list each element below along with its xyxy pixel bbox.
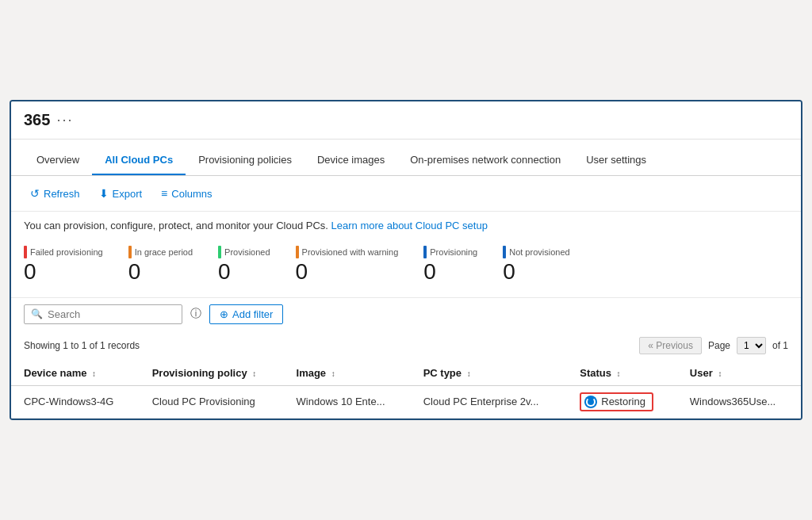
stat-not-provisioned: Not provisioned 0 xyxy=(503,246,569,285)
stat-failed-provisioning: Failed provisioning 0 xyxy=(24,246,103,285)
cell-pc-type: Cloud PC Enterprise 2v... xyxy=(411,385,568,418)
title-dots: ··· xyxy=(56,112,73,128)
search-box[interactable]: 🔍 xyxy=(24,304,182,324)
stat-bar-failed xyxy=(24,246,27,258)
tabs-container: Overview All Cloud PCs Provisioning poli… xyxy=(11,146,801,176)
stat-grace-period: In grace period 0 xyxy=(128,246,193,285)
add-filter-button[interactable]: ⊕ Add filter xyxy=(209,304,283,324)
page-select[interactable]: 1 xyxy=(737,337,766,354)
col-user[interactable]: User ↕ xyxy=(677,361,801,386)
sort-icon-user: ↕ xyxy=(718,369,722,378)
tab-device-images[interactable]: Device images xyxy=(304,146,397,175)
content-area: Overview All Cloud PCs Provisioning poli… xyxy=(11,146,801,419)
stat-provisioned: Provisioned 0 xyxy=(218,246,270,285)
spinning-indicator xyxy=(586,397,596,407)
export-icon: ⬇ xyxy=(99,187,109,200)
previous-button[interactable]: « Previous xyxy=(639,337,702,354)
col-provisioning-policy[interactable]: Provisioning policy ↕ xyxy=(140,361,284,386)
pagination-showing: Showing 1 to 1 of 1 records xyxy=(24,340,140,351)
toolbar: ↺ Refresh ⬇ Export ≡ Columns xyxy=(11,176,801,212)
table-row[interactable]: CPC-Windows3-4G Cloud PC Provisioning Wi… xyxy=(11,385,801,418)
stat-value-warning: 0 xyxy=(296,260,399,285)
columns-button[interactable]: ≡ Columns xyxy=(155,184,218,203)
filter-row: 🔍 ⓘ ⊕ Add filter xyxy=(11,297,801,331)
info-banner: You can provision, configure, protect, a… xyxy=(11,212,801,239)
stat-provisioned-warning: Provisioned with warning 0 xyxy=(296,246,399,285)
columns-label: Columns xyxy=(171,188,212,200)
restoring-status-icon xyxy=(584,396,597,408)
app-name: 365 xyxy=(24,111,50,129)
search-icon: 🔍 xyxy=(31,308,43,319)
export-label: Export xyxy=(113,188,143,200)
tab-overview[interactable]: Overview xyxy=(24,146,92,175)
filter-icon: ⊕ xyxy=(220,308,228,320)
stat-label-not-provisioned: Not provisioned xyxy=(509,247,569,257)
columns-icon: ≡ xyxy=(161,187,167,200)
refresh-label: Refresh xyxy=(44,188,80,200)
stat-bar-provisioned xyxy=(218,246,221,258)
status-label: Restoring xyxy=(601,396,645,407)
col-status[interactable]: Status ↕ xyxy=(567,361,677,386)
of-label: of 1 xyxy=(772,340,788,351)
tab-provisioning-policies[interactable]: Provisioning policies xyxy=(186,146,304,175)
tab-on-premises[interactable]: On-premises network connection xyxy=(397,146,573,175)
info-icon[interactable]: ⓘ xyxy=(190,307,201,321)
search-input[interactable] xyxy=(48,308,159,320)
pagination-row: Showing 1 to 1 of 1 records « Previous P… xyxy=(11,331,801,361)
main-window: 365 ··· Overview All Cloud PCs Provision… xyxy=(10,100,802,420)
sort-icon-status: ↕ xyxy=(617,369,621,378)
tab-user-settings[interactable]: User settings xyxy=(573,146,659,175)
stat-value-grace: 0 xyxy=(128,260,193,285)
title-bar: 365 ··· xyxy=(11,101,801,140)
table-header-row: Device name ↕ Provisioning policy ↕ Imag… xyxy=(11,361,801,386)
stat-label-provisioned: Provisioned xyxy=(224,247,270,257)
sort-icon-device: ↕ xyxy=(92,369,96,378)
stat-value-provisioned: 0 xyxy=(218,260,270,285)
page-label: Page xyxy=(708,340,730,351)
refresh-icon: ↺ xyxy=(30,187,40,200)
tab-all-cloud-pcs[interactable]: All Cloud PCs xyxy=(92,146,186,175)
pagination-controls: « Previous Page 1 of 1 xyxy=(639,337,788,354)
col-image[interactable]: Image ↕ xyxy=(284,361,411,386)
stat-bar-not-provisioned xyxy=(503,246,506,258)
stat-label-failed: Failed provisioning xyxy=(30,247,103,257)
stat-provisioning: Provisioning 0 xyxy=(423,246,477,285)
col-pc-type[interactable]: PC type ↕ xyxy=(411,361,568,386)
cell-image: Windows 10 Ente... xyxy=(284,385,411,418)
status-highlight-box: Restoring xyxy=(580,392,653,411)
stat-label-grace: In grace period xyxy=(135,247,193,257)
sort-icon-policy: ↕ xyxy=(252,369,256,378)
info-text: You can provision, configure, protect, a… xyxy=(24,220,328,231)
stat-label-warning: Provisioned with warning xyxy=(302,247,399,257)
stat-value-provisioning: 0 xyxy=(423,260,477,285)
stat-value-not-provisioned: 0 xyxy=(503,260,569,285)
learn-more-link[interactable]: Learn more about Cloud PC setup xyxy=(331,220,488,231)
add-filter-label: Add filter xyxy=(232,308,273,320)
sort-icon-image: ↕ xyxy=(331,369,335,378)
stat-value-failed: 0 xyxy=(24,260,103,285)
stats-row: Failed provisioning 0 In grace period 0 … xyxy=(11,239,801,297)
cell-provisioning-policy: Cloud PC Provisioning xyxy=(140,385,284,418)
sort-icon-pc-type: ↕ xyxy=(467,369,471,378)
cell-status: Restoring xyxy=(567,385,677,418)
cell-user: Windows365Use... xyxy=(677,385,801,418)
stat-bar-grace xyxy=(128,246,132,258)
export-button[interactable]: ⬇ Export xyxy=(93,184,149,203)
stat-bar-provisioning xyxy=(423,246,427,258)
stat-label-provisioning: Provisioning xyxy=(430,247,477,257)
data-table: Device name ↕ Provisioning policy ↕ Imag… xyxy=(11,361,801,419)
cell-device-name: CPC-Windows3-4G xyxy=(11,385,140,418)
stat-bar-warning xyxy=(296,246,299,258)
refresh-button[interactable]: ↺ Refresh xyxy=(24,184,86,203)
col-device-name[interactable]: Device name ↕ xyxy=(11,361,140,386)
